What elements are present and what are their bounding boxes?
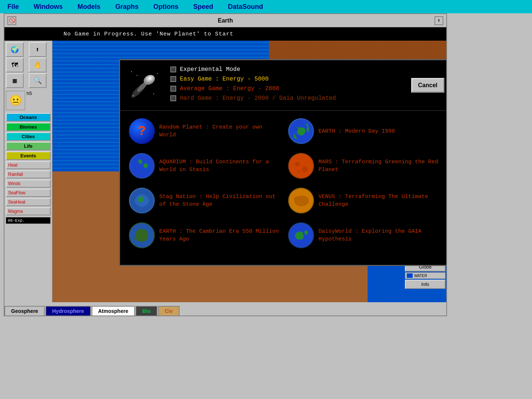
checkbox-experimental[interactable]	[170, 66, 176, 72]
svg-point-4	[137, 75, 137, 76]
planet-label-stag: Stag Nation : Help Civilization out of t…	[159, 193, 282, 208]
icon-hand[interactable]: 🤚	[29, 58, 47, 72]
cancel-button[interactable]: Cancel	[411, 78, 444, 93]
icon-search[interactable]: 🔍	[29, 73, 47, 88]
planet-label-random: Random Planet : Create your own World	[159, 123, 282, 139]
tab-bio[interactable]: Bio	[136, 306, 157, 316]
checkbox-easy[interactable]	[170, 76, 176, 82]
water-color-swatch	[407, 273, 413, 278]
planet-aquarium[interactable]: AQUARIUM : Build Continents for a World …	[126, 149, 285, 183]
mode-display: 00-Exp.	[6, 217, 51, 224]
biomes-btn[interactable]: Biomes	[6, 123, 51, 131]
svg-point-13	[295, 162, 300, 166]
option-average: Average Game : Energy - 2000	[170, 85, 404, 92]
content-area: 🌍 ⬆ 🗺 🤚 ▦ 🔍 😐 h5 Oceans Biomes Cities Li…	[4, 41, 446, 302]
main-window: 🚫 Earth ⬆ No Game in Progress. Use 'New …	[4, 13, 447, 316]
icon-arrow-up[interactable]: ⬆	[29, 42, 47, 57]
game-options: Experimental Mode Easy Game : Energy - 5…	[170, 66, 404, 105]
menu-bar: File Windows Models Graphs Options Speed…	[0, 0, 532, 13]
close-button[interactable]: 🚫	[7, 16, 16, 25]
option-easy: Easy Game : Energy - 5000	[170, 76, 404, 82]
planet-daisy[interactable]: DaisyWorld : Exploring the GAIA Hypothes…	[285, 218, 444, 253]
svg-point-5	[153, 93, 154, 94]
left-toolbar: 🌍 ⬆ 🗺 🤚 ▦ 🔍 😐 h5 Oceans Biomes Cities Li…	[4, 41, 52, 302]
magma-btn[interactable]: Magma	[6, 207, 51, 215]
life-btn[interactable]: Life	[6, 142, 51, 150]
planet-random[interactable]: ? Random Planet : Create your own World	[126, 114, 285, 149]
icon-globe[interactable]: 🌍	[6, 42, 24, 57]
toolbar-icon-grid: 🌍 ⬆ 🗺 🤚 ▦ 🔍	[6, 42, 51, 88]
option-experimental-label[interactable]: Experimental Mode	[180, 66, 240, 73]
planet-icon-earth-cambrian	[129, 222, 155, 248]
planet-label-venus: VENUS : Terraforming The Ultimate Challe…	[318, 193, 441, 208]
water-legend-label: WATER	[414, 274, 427, 278]
menu-datasound[interactable]: DataSound	[228, 3, 263, 11]
heat-btn[interactable]: Heat	[6, 161, 51, 169]
svg-point-3	[131, 71, 132, 72]
menu-models[interactable]: Models	[78, 3, 100, 11]
water-legend: WATER	[405, 272, 446, 279]
oceans-btn[interactable]: Oceans	[6, 113, 51, 122]
info-button[interactable]: Info	[405, 280, 446, 289]
option-experimental: Experimental Mode	[170, 66, 404, 73]
checkbox-average[interactable]	[170, 86, 176, 92]
planet-earth-modern[interactable]: EARTH : Modern Day 1990	[285, 114, 444, 149]
checkbox-hard[interactable]	[170, 95, 176, 101]
menu-options[interactable]: Options	[153, 3, 178, 11]
planet-icon-daisy	[288, 222, 314, 248]
option-hard: Hard Game : Energy - 2000 / Gaia Unregul…	[170, 95, 404, 102]
tab-hydrosphere[interactable]: Hydrosphere	[45, 306, 91, 316]
icon-terrain[interactable]: 🗺	[6, 58, 24, 72]
planet-icon-random: ?	[129, 118, 155, 144]
menu-windows[interactable]: Windows	[34, 3, 63, 11]
new-planet-dialog: Experimental Mode Easy Game : Energy - 5…	[119, 59, 446, 266]
option-easy-label[interactable]: Easy Game : Energy - 5000	[180, 76, 269, 82]
planet-label-mars: MARS : Terraforming Greening the Red Pla…	[318, 158, 441, 174]
planet-icon-stag	[129, 188, 155, 214]
tab-civ[interactable]: Civ	[158, 306, 180, 316]
status-message: No Game in Progress. Use 'New Planet' to…	[64, 31, 233, 37]
svg-point-6	[157, 73, 158, 74]
menu-graphs[interactable]: Graphs	[115, 3, 139, 11]
planet-label-aquarium: AQUARIUM : Build Continents for a World …	[159, 158, 282, 174]
status-bar: No Game in Progress. Use 'New Planet' to…	[4, 27, 446, 41]
planet-icon-mars	[288, 153, 314, 179]
planet-stag[interactable]: Stag Nation : Help Civilization out of t…	[126, 183, 285, 218]
option-hard-label[interactable]: Hard Game : Energy - 2000 / Gaia Unregul…	[180, 95, 336, 102]
planet-icon-earth-modern	[288, 118, 314, 144]
bottom-tabs: Geosphere Hydrosphere Atmosphere Bio Civ	[4, 302, 446, 316]
comet-image	[126, 66, 163, 103]
tab-atmosphere[interactable]: Atmosphere	[92, 306, 135, 316]
icon-grid[interactable]: ▦	[6, 73, 24, 88]
map-area: ↖	[52, 41, 446, 302]
rainfall-btn[interactable]: Rainfall	[6, 170, 51, 178]
menu-file[interactable]: File	[7, 3, 19, 11]
dialog-options-section: Experimental Mode Easy Game : Energy - 5…	[120, 60, 446, 111]
window-title: Earth	[218, 17, 233, 24]
tab-geosphere[interactable]: Geosphere	[4, 306, 45, 316]
planet-selection-grid: ? Random Planet : Create your own World	[120, 111, 446, 256]
seaflow-btn[interactable]: SeaFlow	[6, 189, 51, 197]
avatar-label: h5	[27, 91, 32, 96]
seaheat-btn[interactable]: SeaHeat	[6, 198, 51, 206]
winds-btn[interactable]: Winds	[6, 180, 51, 188]
planet-icon-aquarium	[129, 153, 155, 179]
option-average-label[interactable]: Average Game : Energy - 2000	[180, 85, 279, 92]
menu-speed[interactable]: Speed	[193, 3, 213, 11]
cities-btn[interactable]: Cities	[6, 132, 51, 141]
planet-icon-venus	[288, 188, 314, 214]
planet-label-earth-modern: EARTH : Modern Day 1990	[318, 127, 395, 135]
svg-point-7	[133, 95, 134, 96]
events-btn[interactable]: Events	[6, 151, 51, 160]
planet-label-daisy: DaisyWorld : Exploring the GAIA Hypothes…	[318, 228, 441, 243]
planet-mars[interactable]: MARS : Terraforming Greening the Red Pla…	[285, 149, 444, 183]
title-bar: 🚫 Earth ⬆	[4, 14, 446, 27]
svg-point-14	[302, 167, 308, 173]
planet-label-earth-cambrian: EARTH : The Cambrian Era 550 Million Yea…	[159, 228, 282, 243]
avatar: 😐	[6, 91, 25, 110]
svg-point-15	[298, 170, 301, 173]
planet-venus[interactable]: VENUS : Terraforming The Ultimate Challe…	[285, 183, 444, 218]
expand-button[interactable]: ⬆	[434, 16, 443, 25]
planet-earth-cambrian[interactable]: EARTH : The Cambrian Era 550 Million Yea…	[126, 218, 285, 253]
